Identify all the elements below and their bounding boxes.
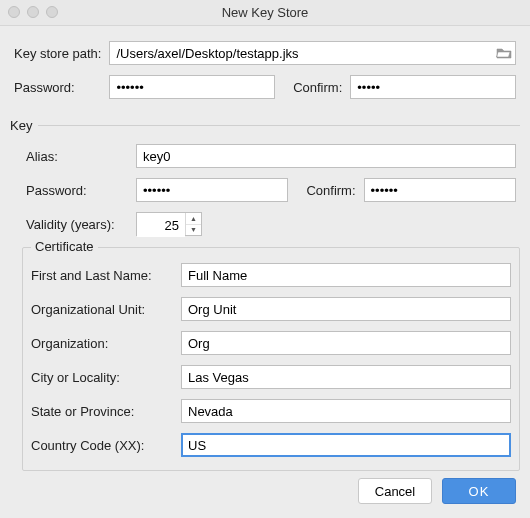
org-label: Organization: (31, 336, 181, 351)
keystore-path-input[interactable] (109, 41, 516, 65)
certificate-legend: Certificate (31, 239, 98, 254)
ks-password-input[interactable] (109, 75, 275, 99)
keystore-path-label: Key store path: (10, 36, 105, 70)
cancel-button[interactable]: Cancel (358, 478, 432, 504)
minimize-icon[interactable] (27, 6, 39, 18)
key-confirm-label: Confirm: (292, 173, 359, 207)
key-confirm-input[interactable] (364, 178, 516, 202)
org-unit-input[interactable] (181, 297, 511, 321)
validity-input[interactable] (137, 213, 185, 237)
org-unit-label: Organizational Unit: (31, 302, 181, 317)
country-input[interactable] (181, 433, 511, 457)
state-input[interactable] (181, 399, 511, 423)
window-controls (8, 6, 58, 18)
close-icon[interactable] (8, 6, 20, 18)
ks-confirm-input[interactable] (350, 75, 516, 99)
stepper-up-icon[interactable]: ▲ (186, 213, 201, 225)
validity-label: Validity (years): (22, 207, 132, 241)
city-label: City or Locality: (31, 370, 181, 385)
alias-label: Alias: (22, 139, 132, 173)
folder-open-icon[interactable] (496, 46, 512, 60)
stepper-down-icon[interactable]: ▼ (186, 225, 201, 236)
city-input[interactable] (181, 365, 511, 389)
titlebar: New Key Store (0, 0, 530, 26)
country-label: Country Code (XX): (31, 438, 181, 453)
ks-password-label: Password: (10, 70, 105, 104)
alias-input[interactable] (136, 144, 516, 168)
certificate-fieldset: Certificate First and Last Name: Organiz… (22, 247, 520, 471)
window-title: New Key Store (0, 5, 530, 20)
state-label: State or Province: (31, 404, 181, 419)
org-input[interactable] (181, 331, 511, 355)
first-last-label: First and Last Name: (31, 268, 181, 283)
ok-button[interactable]: OK (442, 478, 516, 504)
validity-stepper[interactable]: ▲ ▼ (136, 212, 202, 236)
first-last-input[interactable] (181, 263, 511, 287)
maximize-icon[interactable] (46, 6, 58, 18)
key-section-label: Key (10, 118, 520, 133)
key-password-label: Password: (22, 173, 132, 207)
key-password-input[interactable] (136, 178, 288, 202)
ks-confirm-label: Confirm: (279, 70, 346, 104)
